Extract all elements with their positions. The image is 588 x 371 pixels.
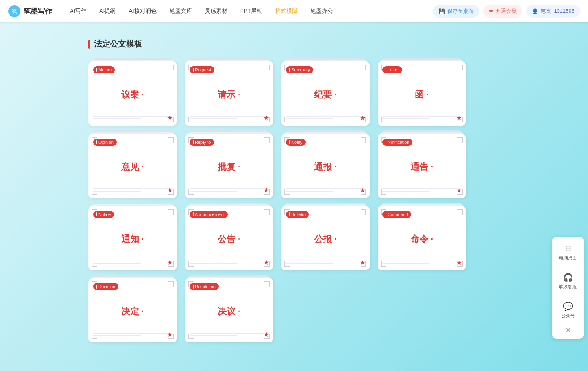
card-lines [286,116,365,119]
card-line-1 [190,116,268,117]
nav-item-1[interactable]: AI提纲 [94,5,121,17]
template-card-9[interactable]: Announcement 公告 · ★ [185,206,273,270]
template-card-5[interactable]: Reply to 批复 · ★ [185,134,273,198]
card-lines [190,188,268,192]
tag-label: Opinion [98,140,114,145]
nav-item-2[interactable]: AI校对润色 [123,5,162,17]
card-tag: Summary [286,66,313,73]
card-lines [286,188,365,192]
corner-bl [92,261,97,267]
template-card-0[interactable]: Motion 议案 · ★ [88,61,177,126]
template-card-13[interactable]: Resolution 决议 · ★ [185,278,273,342]
card-line-2 [93,118,141,119]
card-title: 公告 · [190,218,268,261]
corner-bl [188,334,194,339]
service-icon: 🎧 [563,273,573,282]
nav-item-3[interactable]: 笔墨文库 [164,5,198,17]
save-to-desktop-button[interactable]: 💾 保存至桌面 [433,5,479,18]
card-star: ★ [456,114,462,122]
nav-item-0[interactable]: AI写作 [64,5,92,17]
corner-tl [92,281,97,287]
wechat-button[interactable]: 💬 公众号 [555,298,581,322]
card-tag: Notification [382,139,412,146]
nav-item-5[interactable]: PPT展板 [235,5,268,17]
card-line-1 [93,188,172,189]
sidebar-divider-1 [560,267,576,267]
card-line-1 [286,116,365,117]
user-account-button[interactable]: 👤 笔友_1011596 [526,5,580,18]
corner-tr [264,281,270,287]
logo-icon: 笔 [8,5,21,18]
template-card-4[interactable]: Opinion 意见 · ★ [88,134,177,198]
card-inner: Command 命令 · ★ [378,206,466,270]
page-title-bar [88,40,90,49]
template-card-12[interactable]: Decision 决定 · ★ [88,278,177,342]
right-sidebar: 🖥 电脑桌面 🎧 联系客服 💬 公众号 ✕ [552,237,584,339]
corner-tl [188,281,194,287]
template-card-1[interactable]: Request 请示 · ★ [185,61,273,126]
card-lines [93,333,172,336]
card-line-2 [93,191,141,192]
card-line-2 [93,335,141,336]
tag-label: Notify [291,140,302,145]
template-card-2[interactable]: Summary 纪要 · ★ [281,61,370,126]
template-card-7[interactable]: Notification 通告 · ★ [378,134,466,198]
sidebar-divider-2 [560,296,576,296]
wechat-label: 公众号 [561,313,575,319]
tag-label: Bulletin [291,212,306,217]
corner-tl [284,65,290,70]
template-card-11[interactable]: Command 命令 · ★ [378,206,466,270]
card-title: 纪要 · [286,73,365,116]
corner-tr [264,209,270,215]
tag-label: Resolution [195,284,216,289]
card-inner: Request 请示 · ★ [185,61,273,126]
template-card-6[interactable]: Notify 通报 · ★ [281,134,370,198]
card-line-2 [190,118,237,119]
save-icon: 💾 [439,8,445,14]
template-card-10[interactable]: Bulletin 公报 · ★ [281,206,370,270]
open-membership-button[interactable]: ❤ 开通会员 [483,5,522,18]
card-star: ★ [360,186,365,194]
card-line-1 [382,188,461,189]
desktop-button[interactable]: 🖥 电脑桌面 [555,241,581,264]
main-nav: AI写作AI提纲AI校对润色笔墨文库灵感素材PPT展板格式模版笔墨办公 [64,5,433,17]
desktop-label: 电脑桌面 [559,255,577,261]
template-card-3[interactable]: Letter 函 · ★ [378,61,466,126]
corner-tr [457,65,463,70]
card-line-2 [190,335,237,336]
corner-bl [92,189,97,195]
corner-tr [457,137,463,143]
nav-item-7[interactable]: 笔墨办公 [305,5,339,17]
header: 笔 笔墨写作 AI写作AI提纲AI校对润色笔墨文库灵感素材PPT展板格式模版笔墨… [0,0,588,22]
card-inner: Decision 决定 · ★ [88,278,177,342]
card-lines [190,261,268,264]
service-button[interactable]: 🎧 联系客服 [555,269,581,293]
sidebar-close-button[interactable]: ✕ [563,325,573,335]
card-inner: Summary 纪要 · ★ [281,61,370,126]
corner-bl [284,189,290,195]
card-star: ★ [360,114,365,122]
card-line-2 [93,263,141,264]
corner-tl [188,137,194,143]
card-line-1 [190,261,268,261]
corner-tl [381,209,386,215]
card-title: 命令 · [382,218,461,261]
card-inner: Opinion 意见 · ★ [88,134,177,198]
card-title: 决议 · [190,290,268,333]
card-lines [286,261,365,264]
card-star: ★ [456,259,462,266]
card-star: ★ [167,259,173,266]
logo[interactable]: 笔 笔墨写作 [8,5,52,18]
corner-tl [381,137,386,143]
card-line-1 [190,188,268,189]
corner-tl [188,65,194,70]
nav-item-6[interactable]: 格式模版 [270,5,303,17]
corner-tl [188,209,194,215]
card-lines [93,188,172,192]
corner-bl [188,117,194,122]
header-actions: 💾 保存至桌面 ❤ 开通会员 👤 笔友_1011596 [433,5,580,18]
nav-item-4[interactable]: 灵感素材 [199,5,233,17]
card-title: 通告 · [382,146,461,188]
template-card-8[interactable]: Notice 通知 · ★ [88,206,177,270]
tag-label: Summary [291,67,310,72]
